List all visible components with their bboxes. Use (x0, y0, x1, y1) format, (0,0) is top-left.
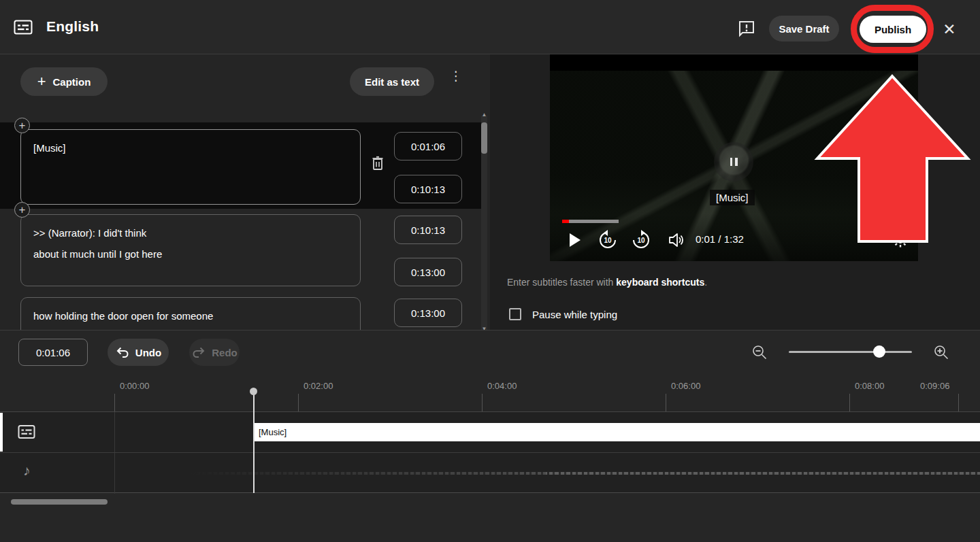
video-time-display: 0:01 / 1:32 (696, 233, 744, 245)
caption-line: about it much until I got here (33, 243, 348, 265)
add-caption-label: Caption (53, 76, 91, 88)
progress-buffered (569, 220, 619, 223)
top-bar: English Save Draft Publish ✕ (0, 0, 980, 54)
ruler-tick-label: 0:06:00 (671, 381, 700, 391)
caption-start-time[interactable]: 0:01:06 (394, 132, 462, 160)
ruler-tick (666, 394, 666, 411)
caption-line: [Music] (33, 137, 348, 158)
keyboard-shortcuts-link[interactable]: keyboard shortcuts (616, 277, 704, 288)
caption-end-time[interactable]: 0:10:13 (394, 175, 462, 203)
video-caption-overlay: [Music] (710, 190, 755, 205)
pause-button[interactable] (714, 142, 753, 182)
video-player[interactable]: [Music] 10 10 (550, 54, 918, 261)
svg-text:10: 10 (637, 237, 645, 244)
zoom-in-icon[interactable] (933, 344, 949, 360)
undo-button[interactable]: Undo (108, 339, 169, 366)
caption-text-box[interactable]: >> (Narrator): I did't think about it mu… (20, 214, 361, 286)
rewind-10-button[interactable]: 10 (596, 228, 619, 252)
caption-list-scrollbar-thumb[interactable] (481, 122, 487, 154)
redo-label: Redo (212, 347, 238, 358)
track-row-divider (0, 452, 980, 453)
svg-text:10: 10 (604, 237, 612, 244)
edit-as-text-button[interactable]: Edit as text (350, 67, 434, 96)
feedback-icon[interactable] (738, 20, 755, 37)
play-button[interactable] (564, 228, 587, 252)
pause-while-typing-row: Pause while typing (509, 308, 617, 320)
caption-track-indicator (0, 413, 3, 452)
timeline-tracks: [Music] ♪ (0, 411, 980, 493)
ruler-tick-label: 0:02:00 (304, 381, 333, 391)
current-time-field[interactable]: 0:01:06 (18, 339, 88, 366)
progress-played (562, 220, 569, 223)
tip-suffix: . (704, 277, 707, 288)
caption-track-icon (18, 424, 35, 439)
subtitle-editor-window: English Save Draft Publish ✕ + Caption E… (0, 0, 980, 542)
ruler-tick (958, 394, 959, 411)
ruler-tick-label: 0:04:00 (487, 381, 517, 391)
play-icon (570, 233, 581, 247)
publish-button[interactable]: Publish (860, 16, 926, 43)
more-options-icon[interactable]: ⋮ (449, 71, 463, 92)
insert-caption-above-button[interactable]: + (14, 118, 30, 133)
caption-start-time[interactable]: 0:13:00 (394, 299, 462, 327)
undo-label: Undo (135, 347, 161, 358)
track-header-divider (114, 412, 115, 494)
delete-caption-icon[interactable] (371, 155, 385, 171)
ruler-tick (114, 394, 115, 411)
preview-panel: [Music] 10 10 (490, 54, 980, 330)
caption-line: how holding the door open for someone (33, 305, 348, 326)
close-icon[interactable]: ✕ (940, 20, 959, 39)
save-draft-button[interactable]: Save Draft (769, 16, 839, 41)
pause-while-typing-label: Pause while typing (532, 309, 617, 320)
ruler-tick (849, 394, 850, 411)
video-controls: 10 10 0:01 / 1: (550, 228, 918, 256)
caption-start-time[interactable]: 0:10:13 (394, 216, 462, 244)
playhead-line[interactable] (253, 394, 255, 493)
insert-caption-between-button[interactable]: + (14, 202, 30, 218)
ruler-tick (298, 394, 299, 411)
timeline-zoom-slider[interactable] (789, 351, 912, 353)
caption-text-box[interactable]: how holding the door open for someone ca… (20, 297, 361, 330)
playhead-handle[interactable] (250, 388, 257, 395)
redo-button[interactable]: Redo (189, 339, 240, 366)
zoom-out-icon[interactable] (751, 344, 768, 360)
audio-track-icon: ♪ (23, 462, 31, 479)
captions-badge-icon (14, 19, 33, 35)
caption-list-panel: + Caption Edit as text ⋮ + [Music] 0:01:… (0, 54, 490, 330)
plus-icon: + (37, 73, 46, 90)
audio-waveform (191, 472, 980, 475)
redo-icon (191, 346, 206, 358)
timeline-zoom-slider-thumb[interactable] (873, 345, 885, 358)
pause-icon (730, 158, 738, 166)
add-caption-button[interactable]: + Caption (20, 67, 108, 96)
music-caption-clip[interactable]: [Music] (254, 423, 980, 441)
page-title: English (46, 18, 99, 35)
ruler-tick-label: 0:08:00 (855, 381, 884, 391)
caption-end-time[interactable]: 0:13:00 (394, 258, 462, 286)
scroll-up-icon[interactable]: ▲ (481, 112, 487, 118)
shortcuts-tip: Enter subtitles faster with keyboard sho… (507, 277, 707, 288)
pause-while-typing-checkbox[interactable] (509, 308, 521, 320)
volume-button[interactable] (664, 228, 687, 252)
ruler-tick (482, 394, 483, 411)
caption-text-box[interactable]: [Music] (20, 129, 361, 205)
caption-line: >> (Narrator): I did't think (33, 222, 348, 243)
timeline-ruler[interactable]: 0:00:00 0:02:00 0:04:00 0:06:00 0:08:00 … (0, 371, 980, 411)
forward-10-button[interactable]: 10 (630, 228, 653, 252)
ruler-tick-label: 0:09:06 (920, 381, 949, 391)
timeline-scrollbar-thumb[interactable] (11, 499, 108, 505)
tip-prefix: Enter subtitles faster with (507, 277, 616, 288)
undo-icon (115, 346, 130, 358)
timeline-panel: 0:01:06 Undo Redo (0, 330, 980, 542)
settings-gear-icon[interactable] (889, 228, 912, 252)
ruler-tick-label: 0:00:00 (120, 381, 149, 391)
